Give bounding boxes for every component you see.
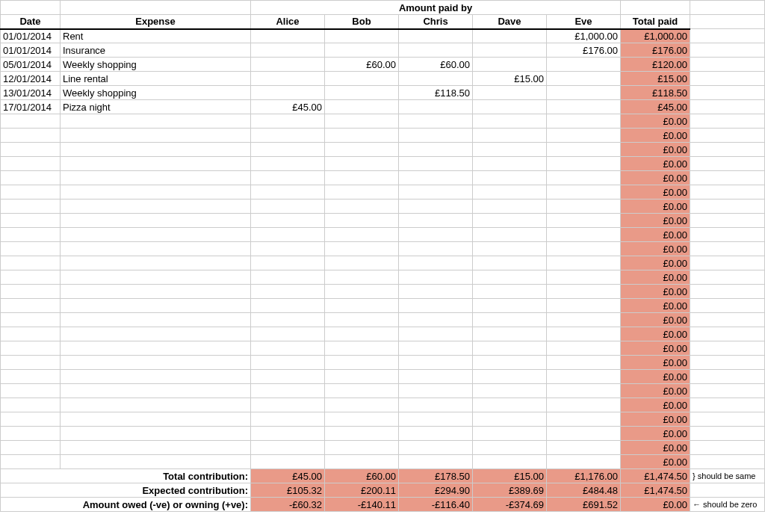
paid-cell[interactable] [473,43,547,58]
paid-cell[interactable] [399,427,473,441]
paid-cell[interactable] [325,384,399,398]
amount-owed-bob[interactable]: -£140.11 [325,498,399,512]
paid-cell[interactable] [251,129,325,143]
total-contribution-eve[interactable]: £1,176.00 [547,469,621,483]
paid-cell[interactable] [399,441,473,455]
expense-cell[interactable]: Rent [61,29,251,43]
expense-cell[interactable] [61,441,251,455]
paid-cell[interactable] [547,455,621,469]
paid-cell[interactable] [473,228,547,242]
paid-cell[interactable] [325,100,399,114]
paid-cell[interactable] [473,285,547,299]
paid-cell[interactable] [399,185,473,200]
date-cell[interactable] [1,441,61,455]
expense-cell[interactable] [61,412,251,427]
expense-cell[interactable] [61,384,251,398]
paid-cell[interactable] [547,256,621,270]
paid-cell[interactable] [325,455,399,469]
paid-cell[interactable] [473,327,547,341]
paid-cell[interactable] [399,171,473,185]
paid-cell[interactable] [251,455,325,469]
paid-cell[interactable] [251,157,325,171]
paid-cell[interactable] [399,129,473,143]
paid-cell[interactable] [473,455,547,469]
row-total-cell[interactable]: £0.00 [621,384,690,398]
expected-contribution-bob[interactable]: £200.11 [325,483,399,498]
paid-cell[interactable] [473,143,547,157]
paid-cell[interactable] [325,299,399,313]
paid-cell[interactable] [473,313,547,327]
paid-cell[interactable] [473,256,547,270]
paid-cell[interactable] [325,356,399,370]
paid-cell[interactable] [325,86,399,100]
date-cell[interactable]: 05/01/2014 [1,58,61,72]
row-total-cell[interactable]: £0.00 [621,341,690,356]
paid-cell[interactable] [473,370,547,384]
paid-cell[interactable] [251,285,325,299]
paid-cell[interactable] [325,171,399,185]
paid-cell[interactable] [399,341,473,356]
date-cell[interactable]: 01/01/2014 [1,43,61,58]
paid-cell[interactable] [399,200,473,214]
paid-cell[interactable] [473,200,547,214]
paid-cell[interactable] [251,412,325,427]
expense-cell[interactable] [61,185,251,200]
paid-cell[interactable] [399,143,473,157]
paid-cell[interactable] [473,398,547,412]
row-total-cell[interactable]: £0.00 [621,214,690,228]
paid-cell[interactable] [325,200,399,214]
expense-cell[interactable] [61,200,251,214]
row-total-cell[interactable]: £0.00 [621,200,690,214]
paid-cell[interactable] [399,100,473,114]
date-cell[interactable] [1,143,61,157]
paid-cell[interactable] [325,327,399,341]
date-cell[interactable] [1,299,61,313]
total-contribution-alice[interactable]: £45.00 [251,469,325,483]
date-cell[interactable] [1,214,61,228]
paid-cell[interactable] [399,242,473,256]
expense-cell[interactable] [61,256,251,270]
expense-cell[interactable]: Weekly shopping [61,86,251,100]
expense-cell[interactable] [61,171,251,185]
paid-cell[interactable] [547,370,621,384]
paid-cell[interactable] [325,185,399,200]
paid-cell[interactable] [547,299,621,313]
paid-cell[interactable] [399,114,473,129]
paid-cell[interactable] [399,412,473,427]
date-cell[interactable] [1,370,61,384]
paid-cell[interactable] [547,114,621,129]
expense-cell[interactable] [61,427,251,441]
expected-contribution-total[interactable]: £1,474.50 [621,483,690,498]
total-contribution-bob[interactable]: £60.00 [325,469,399,483]
date-cell[interactable] [1,242,61,256]
paid-cell[interactable] [325,114,399,129]
paid-cell[interactable] [399,214,473,228]
row-total-cell[interactable]: £0.00 [621,356,690,370]
paid-cell[interactable] [473,100,547,114]
date-cell[interactable] [1,114,61,129]
paid-cell[interactable] [547,285,621,299]
paid-cell[interactable] [473,129,547,143]
paid-cell[interactable] [251,384,325,398]
date-cell[interactable] [1,256,61,270]
date-cell[interactable] [1,455,61,469]
paid-cell[interactable] [547,86,621,100]
paid-cell[interactable] [251,171,325,185]
paid-cell[interactable] [473,157,547,171]
paid-cell[interactable]: £45.00 [251,100,325,114]
paid-cell[interactable] [473,114,547,129]
row-total-cell[interactable]: £176.00 [621,43,690,58]
paid-cell[interactable]: £60.00 [399,58,473,72]
paid-cell[interactable] [325,398,399,412]
expense-cell[interactable] [61,228,251,242]
paid-cell[interactable] [325,228,399,242]
row-total-cell[interactable]: £0.00 [621,412,690,427]
paid-cell[interactable] [399,256,473,270]
expense-table[interactable]: Amount paid by Date Expense Alice Bob Ch… [0,0,765,512]
date-cell[interactable] [1,398,61,412]
paid-cell[interactable] [251,72,325,86]
date-cell[interactable] [1,427,61,441]
paid-cell[interactable] [547,412,621,427]
expense-cell[interactable] [61,129,251,143]
paid-cell[interactable] [473,384,547,398]
